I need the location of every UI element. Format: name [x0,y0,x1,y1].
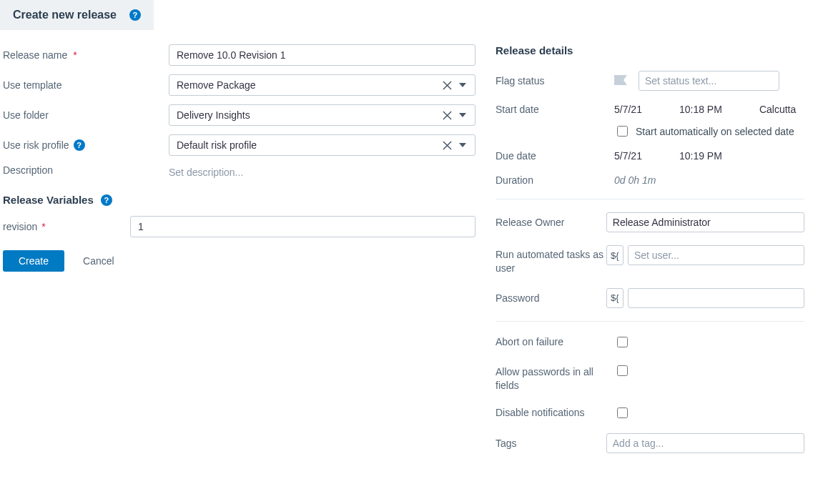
row-use-template: Use template Remove Package [3,74,475,96]
release-details-panel: Release details Flag status Start date 5… [475,44,812,466]
auto-start-checkbox[interactable] [617,126,628,137]
row-release-name: Release name* [3,44,475,66]
label-flag-status: Flag status [496,75,614,87]
label-allow-pw: Allow passwords in all fields [496,362,614,392]
help-icon[interactable]: ? [74,139,85,151]
clear-icon[interactable] [439,77,455,93]
auto-start-label: Start automatically on selected date [636,126,794,137]
flag-icon[interactable] [614,75,627,87]
label-start-date: Start date [496,104,614,115]
label-revision: revision * [3,221,130,232]
release-details-title: Release details [496,44,804,56]
help-icon[interactable]: ? [129,9,141,21]
chevron-down-icon[interactable] [455,137,470,153]
row-disable-notifications: Disable notifications [496,405,804,420]
label-text: revision [3,221,37,232]
start-tz-value[interactable]: Calcutta [759,104,796,115]
row-use-folder: Use folder Delivery Insights [3,104,475,126]
description-placeholder[interactable]: Set description... [169,164,243,178]
label-duration: Duration [496,174,614,186]
label-tags: Tags [496,438,606,449]
label-description: Description [3,164,169,176]
start-time-value[interactable]: 10:18 PM [679,104,722,115]
use-folder-combo[interactable]: Delivery Insights [169,104,475,126]
page-title: Create new release [13,9,117,21]
abort-on-failure-checkbox[interactable] [617,337,628,347]
row-flag-status: Flag status [496,71,804,91]
chevron-down-icon[interactable] [455,77,470,93]
tags-input[interactable] [606,433,804,453]
variable-icon[interactable]: ${ [606,288,623,308]
form-left: Release name* Use template Remove Packag… [0,44,475,466]
combo-value: Remove Package [177,79,439,91]
divider [496,321,804,322]
form-actions: Create Cancel [3,250,475,272]
password-input[interactable] [628,288,804,308]
page-header: Create new release ? [0,0,154,30]
disable-notifications-checkbox[interactable] [617,407,628,418]
label-text: Release name [3,49,67,61]
label-release-name: Release name* [3,49,169,61]
divider [496,199,804,199]
label-disable-notif: Disable notifications [496,407,614,418]
release-variables-title: Release Variables ? [3,194,475,206]
create-button[interactable]: Create [3,250,64,272]
label-use-template: Use template [3,79,169,91]
row-password: Password ${ [496,288,804,308]
section-text: Release Variables [3,194,94,206]
combo-value: Delivery Insights [177,109,439,121]
cancel-button[interactable]: Cancel [70,255,127,267]
release-name-input[interactable] [169,44,475,66]
row-abort-on-failure: Abort on failure [496,335,804,350]
main-content: Release name* Use template Remove Packag… [0,30,833,466]
label-run-as: Run automated tasks as user [496,245,606,275]
row-start-date: Start date 5/7/21 10:18 PM Calcutta [496,104,804,115]
row-release-owner: Release Owner [496,212,804,232]
label-release-owner: Release Owner [496,217,606,228]
allow-passwords-checkbox[interactable] [617,365,628,376]
start-date-values: 5/7/21 10:18 PM Calcutta [614,104,796,115]
start-date-value[interactable]: 5/7/21 [614,104,642,115]
clear-icon[interactable] [439,107,455,123]
help-icon[interactable]: ? [101,194,112,206]
label-text: Use risk profile [3,139,69,151]
risk-profile-combo[interactable]: Default risk profile [169,134,475,156]
release-owner-input[interactable] [606,212,804,232]
clear-icon[interactable] [439,137,455,153]
row-auto-start: Start automatically on selected date [614,124,804,139]
row-risk-profile: Use risk profile ? Default risk profile [3,134,475,156]
row-allow-passwords: Allow passwords in all fields [496,362,804,392]
chevron-down-icon[interactable] [455,107,470,123]
row-duration: Duration 0d 0h 1m [496,174,804,186]
required-marker: * [73,49,77,61]
row-due-date: Due date 5/7/21 10:19 PM [496,150,804,162]
required-marker: * [39,221,45,232]
flag-status-input[interactable] [639,71,779,91]
row-description: Description Set description... [3,164,475,178]
run-as-user-input[interactable] [628,245,804,265]
combo-value: Default risk profile [177,139,439,151]
label-risk-profile: Use risk profile ? [3,139,169,151]
revision-input[interactable] [130,216,475,237]
row-revision: revision * [3,216,475,237]
row-tags: Tags [496,433,804,453]
row-run-as: Run automated tasks as user ${ [496,245,804,275]
variable-icon[interactable]: ${ [606,245,623,265]
due-date-value[interactable]: 5/7/21 [614,150,642,162]
due-time-value[interactable]: 10:19 PM [679,150,722,162]
label-password: Password [496,292,606,304]
label-abort: Abort on failure [496,336,614,347]
label-use-folder: Use folder [3,109,169,121]
use-template-combo[interactable]: Remove Package [169,74,475,96]
due-date-values: 5/7/21 10:19 PM [614,150,722,162]
label-due-date: Due date [496,150,614,162]
duration-value: 0d 0h 1m [614,174,656,186]
